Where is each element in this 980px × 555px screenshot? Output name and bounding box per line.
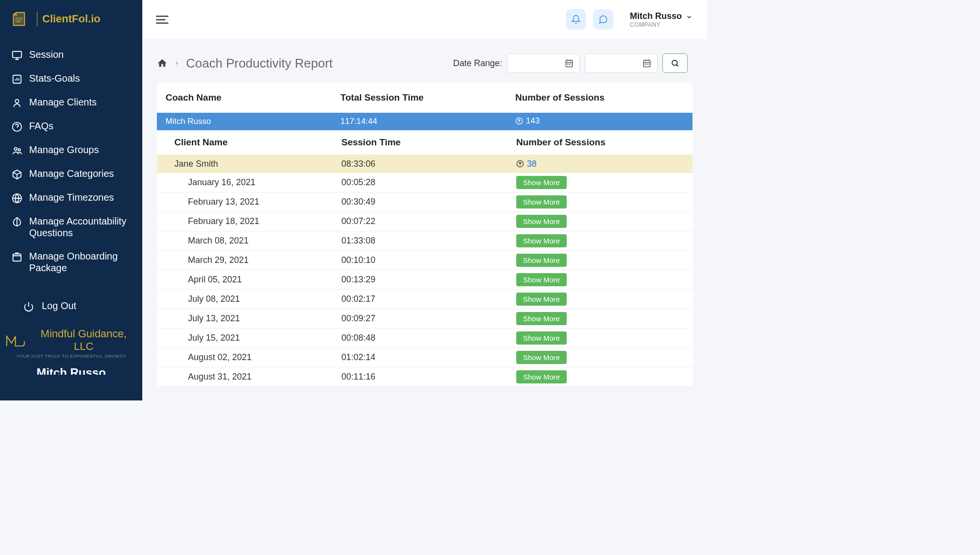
show-more-button[interactable]: Show More (516, 331, 567, 345)
client-name-cell: Jane Smith (174, 159, 341, 169)
svg-rect-14 (646, 64, 647, 65)
svg-rect-15 (648, 64, 649, 65)
session-time-cell: 01:02:14 (341, 352, 516, 363)
footer-company-name: Mindful Guidance, LLC (30, 328, 137, 353)
show-more-button[interactable]: Show More (516, 370, 567, 383)
menu-toggle-button[interactable] (152, 10, 172, 30)
show-more-button[interactable]: Show More (516, 195, 567, 208)
leaf-icon (12, 217, 22, 227)
page-title: Coach Productivity Report (186, 56, 333, 71)
question-icon (12, 121, 22, 132)
session-time-cell: 00:02:17 (341, 294, 516, 304)
coach-time-cell: 117:14:44 (340, 117, 515, 126)
client-row[interactable]: Jane Smith 08:33:06 38 (157, 155, 693, 173)
sidebar-item-manage-clients[interactable]: Manage Clients (9, 90, 134, 114)
svg-point-2 (15, 100, 18, 103)
clipboard-icon (10, 10, 28, 28)
session-date-cell: April 05, 2021 (188, 275, 341, 285)
nav-label: Stats-Goals (29, 72, 80, 84)
svg-point-5 (18, 149, 20, 151)
session-date-cell: January 16, 2021 (188, 177, 341, 188)
table-header-row: Coach Name Total Session Time Number of … (157, 83, 693, 113)
sidebar: ClientFol.io Session Stats-Goals Manage … (0, 0, 142, 400)
breadcrumb: Coach Productivity Report (157, 56, 333, 71)
logout-button[interactable]: Log Out (9, 294, 134, 318)
show-more-button[interactable]: Show More (516, 176, 567, 189)
table-subheader-row: Client Name Session Time Number of Sessi… (157, 130, 693, 155)
svg-rect-0 (13, 52, 21, 58)
session-row: July 15, 2021 00:08:48 Show More (157, 329, 693, 348)
search-button[interactable] (662, 53, 688, 73)
nav-label: Manage Accountability Questions (29, 215, 131, 239)
nav-label: Session (29, 49, 64, 60)
session-row: March 29, 2021 00:10:10 Show More (157, 251, 693, 270)
arrow-up-icon (516, 160, 524, 168)
logout-label: Log Out (42, 300, 76, 312)
coach-row[interactable]: Mitch Russo 117:14:44 143 (157, 113, 693, 130)
sidebar-item-manage-onboarding[interactable]: Manage Onboarding Package (9, 244, 134, 279)
mg-logo-icon (5, 331, 26, 349)
session-row: March 08, 2021 01:33:08 Show More (157, 231, 693, 251)
nav-label: Manage Groups (29, 144, 99, 156)
col-number-of-sessions-sub: Number of Sessions (516, 137, 684, 148)
package-icon (12, 252, 22, 262)
sidebar-item-stats-goals[interactable]: Stats-Goals (9, 67, 134, 90)
sidebar-item-manage-accountability[interactable]: Manage Accountability Questions (9, 209, 134, 244)
calendar-icon (642, 59, 651, 68)
report-table: Coach Name Total Session Time Number of … (157, 83, 693, 387)
footer-tagline: YOUR FAST TRACK TO EXPONENTIAL GROWTH (5, 354, 137, 359)
svg-rect-9 (567, 64, 568, 65)
search-icon (671, 59, 679, 68)
logo[interactable]: ClientFol.io (0, 10, 142, 43)
session-date-cell: March 29, 2021 (188, 255, 341, 265)
show-more-button[interactable]: Show More (516, 312, 567, 325)
session-date-cell: July 08, 2021 (188, 294, 341, 304)
chevron-right-icon (174, 60, 179, 67)
footer-user-name: Mitch Russo (5, 366, 137, 375)
session-time-cell: 01:33:08 (341, 236, 516, 246)
nav-list: Session Stats-Goals Manage Clients FAQs … (0, 43, 142, 279)
session-time-cell: 00:10:10 (341, 255, 516, 265)
user-menu[interactable]: Mitch Russo COMPANY (630, 11, 693, 28)
sidebar-item-manage-groups[interactable]: Manage Groups (9, 138, 134, 162)
chat-icon (598, 15, 608, 24)
svg-point-4 (15, 148, 17, 151)
show-more-button[interactable]: Show More (516, 351, 567, 364)
topbar: Mitch Russo COMPANY (142, 0, 707, 39)
col-client-name: Client Name (174, 137, 341, 148)
date-from-input[interactable] (507, 53, 580, 73)
users-icon (12, 145, 22, 156)
sidebar-item-manage-categories[interactable]: Manage Categories (9, 162, 134, 186)
session-date-cell: August 02, 2021 (188, 352, 341, 363)
show-more-button[interactable]: Show More (516, 293, 567, 306)
session-row: February 13, 2021 00:30:49 Show More (157, 192, 693, 212)
session-row: August 31, 2021 00:11:16 Show More (157, 367, 693, 387)
sidebar-item-faqs[interactable]: FAQs (9, 114, 134, 138)
show-more-button[interactable]: Show More (516, 273, 567, 286)
sidebar-item-manage-timezones[interactable]: Manage Timezones (9, 186, 134, 209)
brand-name: ClientFol.io (42, 13, 101, 25)
svg-rect-13 (645, 64, 646, 65)
date-to-input[interactable] (585, 53, 658, 73)
session-date-cell: February 18, 2021 (188, 216, 341, 226)
arrow-up-icon (515, 117, 523, 125)
svg-rect-7 (13, 254, 21, 261)
user-icon (12, 98, 22, 108)
messages-button[interactable] (593, 9, 613, 30)
show-more-button[interactable]: Show More (516, 215, 567, 228)
svg-rect-11 (571, 64, 572, 65)
show-more-button[interactable]: Show More (516, 234, 567, 247)
show-more-button[interactable]: Show More (516, 254, 567, 267)
home-icon[interactable] (157, 58, 168, 69)
user-name: Mitch Russo (630, 11, 682, 21)
notifications-button[interactable] (566, 9, 586, 30)
session-time-cell: 00:08:48 (341, 333, 516, 343)
session-date-cell: July 13, 2021 (188, 313, 341, 324)
session-row: August 02, 2021 01:02:14 Show More (157, 348, 693, 367)
sidebar-item-session[interactable]: Session (9, 43, 134, 67)
session-row: July 08, 2021 00:02:17 Show More (157, 290, 693, 309)
bell-icon (571, 15, 581, 24)
session-date-cell: August 31, 2021 (188, 372, 341, 382)
session-time-cell: 00:09:27 (341, 313, 516, 324)
col-coach-name: Coach Name (166, 92, 340, 103)
